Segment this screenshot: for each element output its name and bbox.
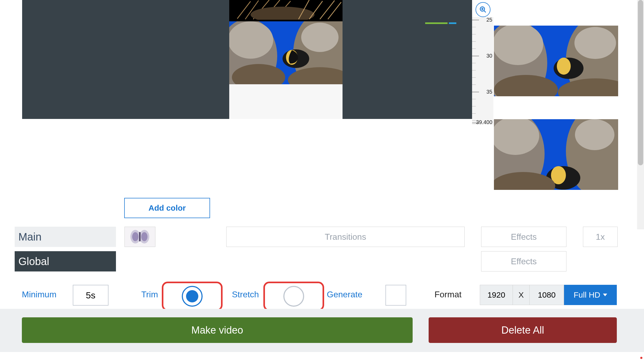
clip-thumbnail[interactable] [494, 26, 618, 96]
svg-line-21 [484, 11, 486, 13]
chevron-down-icon [603, 294, 607, 296]
ruler-tick-label: 25 [486, 17, 492, 23]
minimum-input[interactable] [73, 285, 108, 306]
preview-canvas[interactable] [22, 0, 472, 119]
highlight-stretch [263, 282, 324, 311]
preview-frame-top [229, 0, 343, 20]
svg-point-37 [575, 119, 614, 150]
svg-point-28 [574, 27, 616, 59]
ruler-tick-label: 39.400 [476, 119, 492, 125]
clip-thumbnail[interactable] [494, 119, 618, 190]
tab-main[interactable]: Main [15, 227, 116, 247]
ruler-tick-label: 35 [486, 89, 492, 95]
action-bar: Make video Delete All [0, 309, 644, 352]
stretch-radio[interactable] [283, 286, 304, 307]
format-height-input[interactable] [529, 285, 564, 305]
timeline-ruler[interactable]: 25 30 35 39.400 [472, 17, 493, 125]
format-width-input[interactable] [480, 285, 513, 305]
make-video-button[interactable]: Make video [22, 317, 413, 343]
tab-global[interactable]: Global [15, 251, 116, 271]
scrollbar-thumb[interactable] [638, 0, 643, 165]
format-preset-dropdown[interactable]: Full HD [564, 285, 617, 305]
zoom-in-button[interactable] [476, 2, 490, 17]
format-separator: X [513, 285, 529, 305]
selected-clip-thumb[interactable] [124, 227, 155, 247]
scrollbar-track[interactable] [637, 0, 644, 229]
preview-frame [229, 0, 343, 119]
butterfly-icon [128, 229, 152, 245]
preview-frame-mid [229, 21, 343, 84]
svg-rect-45 [139, 232, 140, 242]
highlight-trim [162, 282, 223, 311]
effects-field-main[interactable]: Effects [481, 227, 566, 247]
clip-thumbnails [494, 26, 618, 213]
add-color-button[interactable]: Add color [124, 198, 210, 218]
stretch-label: Stretch [232, 290, 259, 299]
svg-point-13 [229, 21, 273, 59]
notification-dot-icon [640, 357, 642, 359]
svg-point-44 [141, 232, 148, 241]
zoom-in-icon [479, 6, 487, 13]
format-label: Format [434, 290, 461, 299]
trim-radio[interactable] [182, 286, 203, 307]
effects-field-global[interactable]: Effects [481, 251, 566, 271]
generate-checkbox[interactable] [385, 285, 406, 306]
minimum-label: Minimum [22, 290, 57, 299]
transitions-field[interactable]: Transitions [226, 227, 465, 247]
generate-label: Generate [327, 290, 362, 299]
trim-label: Trim [141, 290, 158, 299]
svg-point-30 [557, 58, 571, 75]
speed-field[interactable]: 1x [583, 227, 618, 247]
options-row: Minimum Trim Stretch Generate Format X F… [0, 280, 644, 309]
preview-frame-bottom [229, 84, 343, 119]
svg-point-15 [301, 23, 339, 52]
format-preset-label: Full HD [574, 290, 600, 299]
svg-point-43 [132, 232, 139, 241]
ruler-tick-label: 30 [486, 53, 492, 59]
delete-all-button[interactable]: Delete All [429, 317, 617, 343]
